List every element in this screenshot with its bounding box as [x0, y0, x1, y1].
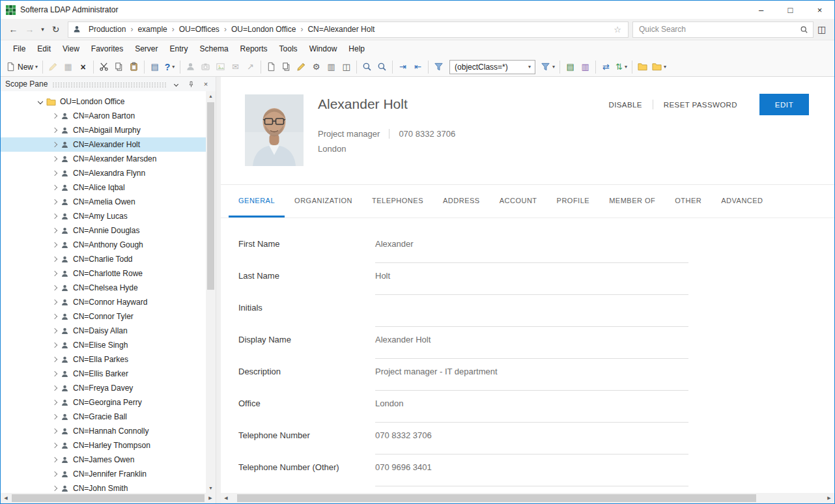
tab-organization[interactable]: ORGANIZATION	[285, 185, 362, 217]
expand-icon[interactable]	[52, 486, 57, 491]
expand-icon[interactable]	[52, 113, 57, 119]
tab-telephones[interactable]: TELEPHONES	[362, 185, 433, 217]
generate-report-icon[interactable]: ▥	[324, 59, 339, 75]
reset-password-button[interactable]: RESET PASSWORD	[653, 101, 748, 109]
search-icon[interactable]	[360, 59, 375, 75]
export-entry-icon[interactable]: ↗	[243, 59, 258, 75]
expand-icon[interactable]	[52, 128, 57, 133]
tab-general[interactable]: GENERAL	[229, 185, 285, 217]
tree-item-ou-london-office[interactable]: OU=London Office	[1, 94, 206, 109]
expand-icon[interactable]	[52, 371, 57, 376]
refresh-icon[interactable]: ↻	[48, 21, 64, 38]
manage-profiles-icon[interactable]: ▥	[578, 59, 593, 75]
copy-icon[interactable]	[111, 59, 126, 75]
tab-profile[interactable]: PROFILE	[547, 185, 600, 217]
tree-item-cn-gracie-ball[interactable]: CN=Gracie Ball	[1, 410, 206, 424]
scroll-down-icon[interactable]: ▼	[206, 483, 216, 493]
tree-item-cn-hannah-connolly[interactable]: CN=Hannah Connolly	[1, 424, 206, 438]
favorites-star-icon[interactable]: ☆	[611, 25, 624, 35]
synchronize-icon[interactable]: ⇅▾	[614, 59, 629, 75]
tree-item-cn-connor-hayward[interactable]: CN=Connor Hayward	[1, 295, 206, 309]
collapse-icon[interactable]	[38, 99, 43, 104]
filter-combo[interactable]: (objectClass=*)▾	[449, 60, 535, 74]
open-in-editor-icon[interactable]: ◫	[339, 59, 354, 75]
crumb-cn-alexander-holt[interactable]: CN=Alexander Holt	[303, 25, 379, 34]
chevron-down-icon[interactable]: ▾	[526, 64, 533, 70]
breadcrumb[interactable]: Production›example›OU=Offices›OU=London …	[68, 21, 629, 38]
tree-item-cn-ella-parkes[interactable]: CN=Ella Parkes	[1, 352, 206, 367]
expand-icon[interactable]	[52, 385, 57, 391]
expand-icon[interactable]	[52, 328, 57, 333]
expand-icon[interactable]	[52, 471, 57, 477]
paste-icon[interactable]	[126, 59, 141, 75]
expand-icon[interactable]	[52, 414, 57, 419]
tree-item-cn-john-smith[interactable]: CN=John Smith	[1, 481, 206, 493]
scrollbar-thumb[interactable]	[12, 494, 205, 502]
toggle-pane-icon[interactable]: ◫	[814, 21, 830, 38]
tree-item-cn-connor-tyler[interactable]: CN=Connor Tyler	[1, 309, 206, 324]
expand-icon[interactable]	[52, 428, 57, 434]
tree-item-cn-freya-davey[interactable]: CN=Freya Davey	[1, 381, 206, 395]
edit-ldif-icon[interactable]	[294, 59, 309, 75]
maximize-button[interactable]: □	[776, 1, 805, 19]
tab-address[interactable]: ADDRESS	[433, 185, 490, 217]
menu-schema[interactable]: Schema	[194, 41, 234, 57]
tree-item-cn-abigail-murphy[interactable]: CN=Abigail Murphy	[1, 123, 206, 137]
expand-icon[interactable]	[52, 357, 57, 362]
menu-window[interactable]: Window	[304, 41, 343, 57]
expand-icon[interactable]	[52, 443, 57, 448]
import-tree-icon[interactable]: ⇤	[410, 59, 425, 75]
expand-icon[interactable]	[52, 156, 57, 161]
expand-icon[interactable]	[52, 343, 57, 348]
tree-item-cn-james-owen[interactable]: CN=James Owen	[1, 453, 206, 467]
content-horizontal-scrollbar[interactable]: ◀ ▶	[221, 493, 834, 503]
tree-item-cn-charlie-todd[interactable]: CN=Charlie Todd	[1, 252, 206, 266]
expand-icon[interactable]	[52, 285, 57, 290]
expand-icon[interactable]	[52, 271, 57, 276]
search-icon[interactable]	[795, 25, 813, 34]
disable-button[interactable]: DISABLE	[598, 101, 652, 109]
duplicate-entry-icon[interactable]	[279, 59, 294, 75]
back-icon[interactable]: ←	[5, 21, 21, 38]
tree-item-cn-charlotte-rowe[interactable]: CN=Charlotte Rowe	[1, 266, 206, 281]
menu-view[interactable]: View	[57, 41, 85, 57]
send-mail-icon[interactable]: ✉	[228, 59, 243, 75]
tree-item-cn-harley-thompson[interactable]: CN=Harley Thompson	[1, 438, 206, 453]
expand-icon[interactable]	[52, 171, 57, 176]
menu-favorites[interactable]: Favorites	[85, 41, 129, 57]
tree-item-cn-ellis-barker[interactable]: CN=Ellis Barker	[1, 367, 206, 381]
tree-item-cn-elise-singh[interactable]: CN=Elise Singh	[1, 338, 206, 352]
tree-item-cn-alexander-holt[interactable]: CN=Alexander Holt	[1, 137, 206, 152]
crumb-production[interactable]: Production	[84, 25, 130, 34]
expand-icon[interactable]	[52, 199, 57, 204]
menu-file[interactable]: File	[7, 41, 31, 57]
close-button[interactable]: ×	[805, 1, 834, 19]
view-image-icon[interactable]	[213, 59, 228, 75]
add-favorite-icon[interactable]: ▾	[650, 59, 668, 75]
edit-entry-icon[interactable]	[46, 59, 61, 75]
pane-grip[interactable]	[52, 81, 166, 87]
expand-icon[interactable]	[52, 400, 57, 405]
quick-search-box[interactable]	[632, 21, 814, 38]
attribute-profiles-icon[interactable]: ▤	[563, 59, 578, 75]
scroll-right-icon[interactable]: ▶	[205, 493, 216, 503]
crumb-example[interactable]: example	[133, 25, 171, 34]
forward-icon[interactable]: →	[21, 21, 38, 38]
tree-item-cn-anthony-gough[interactable]: CN=Anthony Gough	[1, 238, 206, 252]
expand-icon[interactable]	[52, 314, 57, 319]
scrollbar-thumb[interactable]	[207, 102, 214, 290]
tree-item-cn-alice-iqbal[interactable]: CN=Alice Iqbal	[1, 180, 206, 195]
menu-edit[interactable]: Edit	[31, 41, 57, 57]
menu-server[interactable]: Server	[129, 41, 163, 57]
entry-settings-icon[interactable]: ⚙	[309, 59, 324, 75]
filter-icon[interactable]	[431, 59, 446, 75]
scroll-left-icon[interactable]: ◀	[1, 493, 11, 503]
tree-item-cn-georgina-perry[interactable]: CN=Georgina Perry	[1, 395, 206, 410]
tab-member-of[interactable]: MEMBER OF	[599, 185, 665, 217]
expand-icon[interactable]	[52, 457, 57, 462]
scroll-left-icon[interactable]: ◀	[221, 493, 231, 503]
pin-icon[interactable]	[186, 78, 196, 90]
expand-icon[interactable]	[52, 185, 57, 190]
scroll-right-icon[interactable]: ▶	[824, 493, 834, 503]
menu-help[interactable]: Help	[343, 41, 371, 57]
